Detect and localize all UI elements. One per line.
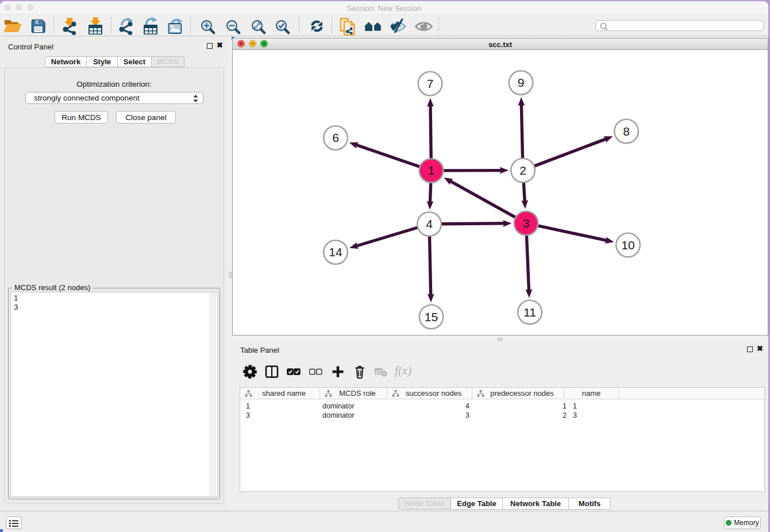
svg-text:14: 14: [329, 245, 342, 259]
svg-text:2: 2: [519, 164, 526, 177]
svg-text:1: 1: [428, 164, 435, 177]
svg-text:10: 10: [621, 238, 634, 252]
svg-text:4: 4: [426, 217, 433, 230]
svg-text:3: 3: [523, 217, 530, 230]
svg-text:8: 8: [623, 125, 630, 138]
svg-text:15: 15: [425, 310, 438, 323]
svg-text:9: 9: [518, 76, 525, 89]
svg-text:11: 11: [523, 306, 536, 319]
svg-text:7: 7: [427, 77, 434, 90]
svg-text:6: 6: [332, 131, 339, 144]
